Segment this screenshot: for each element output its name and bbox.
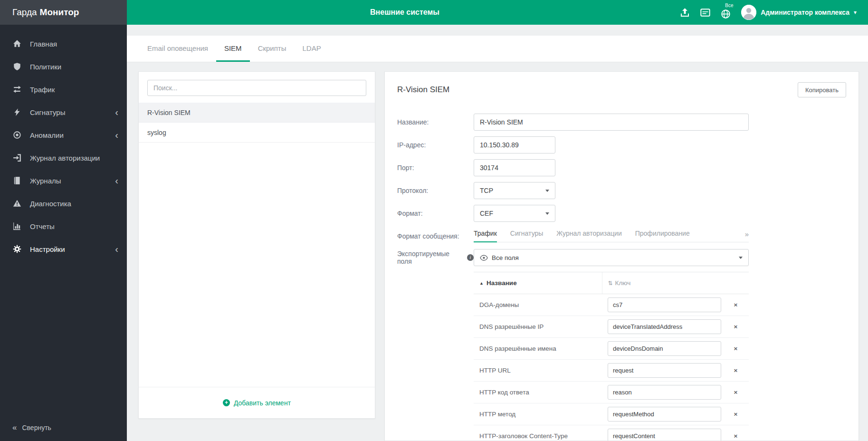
table-row: HTTP код ответа × — [474, 382, 749, 403]
tab-ldap[interactable]: LDAP — [295, 36, 329, 62]
ip-input[interactable] — [474, 136, 555, 153]
siem-detail-panel: R-Vision SIEM Копировать Название: IP-ад… — [384, 71, 859, 441]
format-select[interactable]: CEF — [474, 205, 555, 222]
sidebar-item-label: Политики — [30, 63, 61, 71]
tab-label: LDAP — [303, 44, 321, 52]
table-row: HTTP метод × — [474, 403, 749, 425]
protocol-select[interactable]: TCP — [474, 182, 555, 199]
field-name: HTTP метод — [474, 403, 602, 425]
chevron-left-icon[interactable]: ‹ — [115, 130, 118, 140]
shield-icon — [12, 62, 22, 71]
sidebar-item-auth-log[interactable]: Журнал авторизации — [0, 146, 127, 169]
remove-field-icon[interactable]: × — [723, 294, 749, 316]
table-row: DGA-домены × — [474, 294, 749, 316]
eye-icon — [480, 254, 488, 262]
field-key-input[interactable] — [608, 341, 721, 356]
form-row-export-fields: Экспортируемые поля i Все поля — [397, 249, 846, 266]
sidebar-item-traffic[interactable]: Трафик — [0, 78, 127, 101]
sidebar-collapse-button[interactable]: « Свернуть — [12, 423, 51, 432]
app-window: Гарда Монитор Главная Политики Трафик Си… — [0, 0, 868, 441]
form-row-port: Порт: — [397, 159, 846, 176]
search-wrap — [139, 72, 375, 103]
msg-tab-auth-log[interactable]: Журнал авторизации — [556, 230, 621, 242]
siem-list-panel: R-Vision SIEM syslog + Добавить элемент — [138, 71, 375, 419]
remove-field-icon[interactable]: × — [723, 382, 749, 403]
sidebar-item-reports[interactable]: Отчеты — [0, 215, 127, 238]
sidebar-item-label: Настройки — [30, 245, 65, 253]
search-input[interactable] — [147, 80, 366, 96]
remove-field-icon[interactable]: × — [723, 403, 749, 425]
upload-icon[interactable] — [680, 8, 690, 18]
caret-down-icon — [545, 212, 549, 215]
sidebar-item-journals[interactable]: Журналы ‹ — [0, 169, 127, 192]
remove-field-icon[interactable]: × — [723, 360, 749, 382]
tab-email-notifications[interactable]: Email оповещения — [139, 36, 216, 62]
column-header-name[interactable]: ▲Название — [474, 272, 602, 294]
field-name: DNS разрешённые IP — [474, 316, 602, 338]
plus-icon: + — [223, 399, 230, 406]
tab-scripts[interactable]: Скрипты — [250, 36, 295, 62]
protocol-value: TCP — [480, 187, 493, 194]
list-footer: + Добавить элемент — [139, 387, 375, 418]
copy-button[interactable]: Копировать — [798, 82, 846, 97]
detail-header: R-Vision SIEM Копировать — [397, 82, 846, 97]
sidebar-item-diagnostics[interactable]: Диагностика — [0, 192, 127, 215]
field-key-input[interactable] — [608, 363, 721, 378]
user-menu[interactable]: Администратор комплекса ▾ — [741, 5, 857, 20]
form-row-ip: IP-адрес: — [397, 136, 846, 153]
bolt-icon — [12, 107, 22, 117]
tab-siem[interactable]: SIEM — [216, 36, 250, 62]
table-row: HTTP URL × — [474, 360, 749, 382]
protocol-label: Протокол: — [397, 187, 474, 194]
more-tabs-icon[interactable]: » — [745, 230, 749, 242]
field-name: DNS разрешённые имена — [474, 338, 602, 360]
journals-icon — [12, 176, 22, 185]
sidebar: Гарда Монитор Главная Политики Трафик Си… — [0, 0, 127, 441]
traffic-icon — [12, 85, 22, 94]
sort-asc-icon: ▲ — [479, 281, 484, 286]
msg-tab-profiling[interactable]: Профилирование — [635, 230, 690, 242]
column-key-label: Ключ — [615, 279, 631, 287]
chevron-left-icon[interactable]: ‹ — [115, 107, 118, 117]
home-icon — [12, 39, 22, 48]
globe-icon[interactable]: Все — [721, 9, 731, 19]
list-item[interactable]: R-Vision SIEM — [139, 103, 375, 123]
sidebar-item-label: Журналы — [30, 177, 61, 185]
add-element-button[interactable]: + Добавить элемент — [223, 399, 291, 407]
brand-part-2: Монитор — [40, 7, 79, 18]
anomalies-icon — [12, 130, 22, 140]
sidebar-item-home[interactable]: Главная — [0, 32, 127, 55]
remove-field-icon[interactable]: × — [723, 338, 749, 360]
chevron-left-icon[interactable]: ‹ — [115, 176, 118, 185]
top-bar: Внешние системы Все Администратор компле… — [127, 0, 868, 25]
remove-field-icon[interactable]: × — [723, 425, 749, 441]
export-fields-select[interactable]: Все поля — [474, 249, 749, 266]
sidebar-item-anomalies[interactable]: Аномалии ‹ — [0, 124, 127, 146]
list-item-label: R-Vision SIEM — [147, 109, 191, 116]
name-input[interactable] — [474, 114, 749, 131]
sidebar-item-settings[interactable]: Настройки ‹ — [0, 238, 127, 260]
chevron-left-icon[interactable]: ‹ — [115, 244, 118, 254]
list-card-icon[interactable] — [700, 8, 710, 18]
sidebar-item-signatures[interactable]: Сигнатуры ‹ — [0, 101, 127, 124]
sidebar-item-label: Журнал авторизации — [30, 154, 100, 162]
avatar — [741, 5, 756, 20]
field-key-input[interactable] — [608, 429, 721, 441]
field-key-input[interactable] — [608, 385, 721, 400]
list-item[interactable]: syslog — [139, 123, 375, 143]
info-icon[interactable]: i — [467, 254, 474, 261]
format-value: CEF — [480, 210, 493, 217]
field-key-input[interactable] — [608, 407, 721, 422]
collapse-label: Свернуть — [22, 424, 51, 431]
field-key-input[interactable] — [608, 319, 721, 334]
sidebar-item-policies[interactable]: Политики — [0, 55, 127, 78]
field-key-input[interactable] — [608, 297, 721, 312]
column-header-key[interactable]: ⇅Ключ — [602, 272, 723, 294]
table-row: HTTP-заголовок Content-Type × — [474, 425, 749, 441]
remove-field-icon[interactable]: × — [723, 316, 749, 338]
port-input[interactable] — [474, 159, 555, 176]
field-name: HTTP-заголовок Content-Type — [474, 425, 602, 441]
msg-tab-traffic[interactable]: Трафик — [474, 230, 497, 242]
table-header-row: ▲Название ⇅Ключ — [474, 272, 749, 294]
msg-tab-signatures[interactable]: Сигнатуры — [510, 230, 544, 242]
